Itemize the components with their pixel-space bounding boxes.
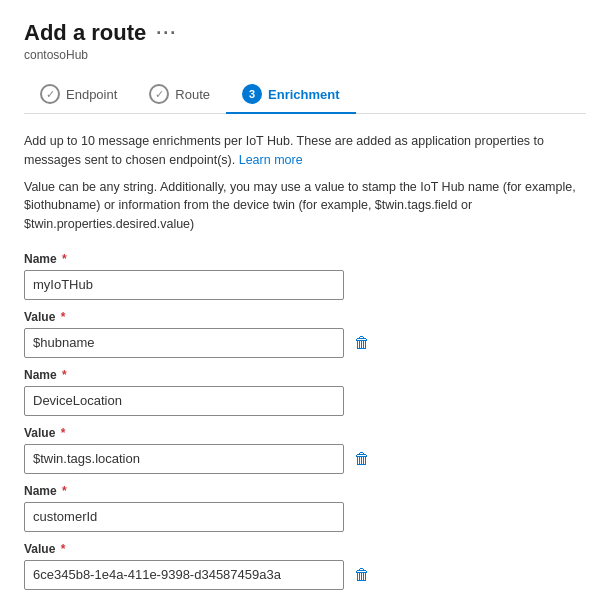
field-group-name1: Name * [24, 252, 586, 300]
page-title-text: Add a route [24, 20, 146, 46]
field-label-value1: Value * [24, 310, 586, 324]
delete-value2-icon[interactable]: 🗑 [352, 448, 372, 470]
required-indicator: * [57, 426, 65, 440]
required-indicator: * [57, 310, 65, 324]
value1-input[interactable] [24, 328, 344, 358]
name3-input[interactable] [24, 502, 344, 532]
field-label-name2: Name * [24, 368, 586, 382]
value3-input[interactable] [24, 560, 344, 590]
field-label-value3: Value * [24, 542, 586, 556]
required-indicator: * [57, 542, 65, 556]
tab-route[interactable]: ✓ Route [133, 76, 226, 114]
route-check-icon: ✓ [149, 84, 169, 104]
description1: Add up to 10 message enrichments per IoT… [24, 132, 586, 170]
description2: Value can be any string. Additionally, y… [24, 178, 586, 234]
delete-value1-icon[interactable]: 🗑 [352, 332, 372, 354]
delete-value3-icon[interactable]: 🗑 [352, 564, 372, 586]
tab-enrichment[interactable]: 3 Enrichment [226, 76, 356, 114]
tabs: ✓ Endpoint ✓ Route 3 Enrichment [24, 76, 586, 114]
field-label-value2: Value * [24, 426, 586, 440]
field-group-value2: Value * 🗑 [24, 426, 586, 474]
field-label-name1: Name * [24, 252, 586, 266]
learn-more-link[interactable]: Learn more [239, 153, 303, 167]
tab-route-label: Route [175, 87, 210, 102]
field-row-value1: 🗑 [24, 328, 586, 358]
subtitle: contosoHub [24, 48, 586, 62]
tab-enrichment-label: Enrichment [268, 87, 340, 102]
value2-input[interactable] [24, 444, 344, 474]
ellipsis-icon[interactable]: ··· [156, 23, 177, 44]
field-group-name3: Name * [24, 484, 586, 532]
required-indicator: * [59, 484, 67, 498]
field-group-name2: Name * [24, 368, 586, 416]
field-row-value3: 🗑 [24, 560, 586, 590]
field-row-name2 [24, 386, 586, 416]
field-group-value1: Value * 🗑 [24, 310, 586, 358]
enrichment-number-badge: 3 [242, 84, 262, 104]
page-title: Add a route ··· [24, 20, 177, 46]
field-group-value3: Value * 🗑 [24, 542, 586, 590]
name1-input[interactable] [24, 270, 344, 300]
tab-endpoint-label: Endpoint [66, 87, 117, 102]
name2-input[interactable] [24, 386, 344, 416]
field-label-name3: Name * [24, 484, 586, 498]
required-indicator: * [59, 252, 67, 266]
endpoint-check-icon: ✓ [40, 84, 60, 104]
field-row-value2: 🗑 [24, 444, 586, 474]
required-indicator: * [59, 368, 67, 382]
tab-endpoint[interactable]: ✓ Endpoint [24, 76, 133, 114]
field-row-name3 [24, 502, 586, 532]
field-row-name1 [24, 270, 586, 300]
